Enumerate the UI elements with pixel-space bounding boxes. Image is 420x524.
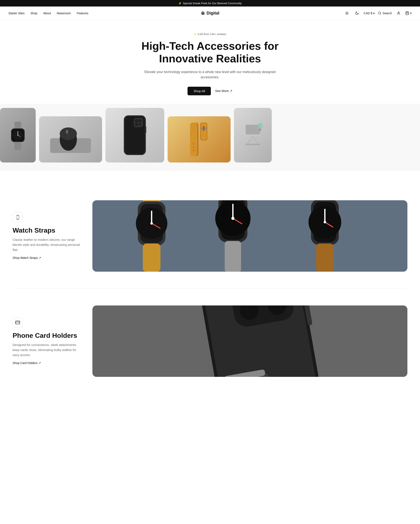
sun-icon [345, 11, 349, 15]
hero-rating: ★ 5.00 from 144+ reviews [141, 33, 279, 36]
nav-features[interactable]: Features [77, 12, 88, 15]
currency-selector[interactable]: CAD $ ▾ [364, 12, 375, 15]
nav-right: CAD $ ▾ Search 0 [344, 10, 411, 17]
watch-straps-section: ⌚ Watch Straps Classic leather to modern… [0, 183, 420, 288]
svg-rect-40 [201, 123, 207, 140]
svg-rect-46 [246, 144, 260, 145]
svg-rect-78 [16, 321, 20, 324]
stand-illustration [241, 119, 264, 151]
logo-text: Digital [206, 11, 219, 16]
watch-icon: ⌚ [15, 215, 20, 220]
svg-point-72 [324, 221, 326, 223]
product-gallery[interactable] [0, 104, 420, 171]
light-mode-button[interactable] [344, 10, 350, 17]
svg-rect-57 [143, 244, 160, 272]
dark-mode-button[interactable] [354, 10, 360, 17]
shop-watch-straps-link[interactable]: Shop Watch Straps ↗ [13, 256, 80, 260]
svg-marker-45 [246, 135, 260, 144]
phonecase-illustration [121, 113, 149, 157]
svg-point-56 [150, 222, 153, 225]
lightning-icon: ⚡ [178, 2, 182, 5]
svg-line-7 [346, 14, 346, 15]
gallery-item-watch[interactable] [0, 108, 36, 163]
hero-buttons: Shop All See More ↗ [141, 87, 279, 95]
shop-card-holders-link[interactable]: Shop Card Holders ↗ [13, 361, 80, 365]
gallery-item-phonecase[interactable] [105, 108, 164, 163]
phone-card-holders-section: Phone Card Holders Designed for convenie… [0, 289, 420, 394]
hero-description: Elevate your technology experience to a … [141, 69, 279, 80]
cart-icon [405, 11, 409, 15]
svg-line-10 [380, 14, 381, 15]
mouse-illustration [47, 125, 94, 154]
account-button[interactable] [395, 10, 402, 17]
svg-rect-73 [316, 244, 334, 272]
category-watch-text: ⌚ Watch Straps Classic leather to modern… [13, 212, 80, 260]
search-label: Search [383, 12, 392, 15]
svg-line-5 [346, 12, 346, 12]
phone-card-holders-title: Phone Card Holders [13, 332, 80, 340]
nav-newsroom[interactable]: Newsroom [57, 12, 71, 15]
svg-line-8 [348, 12, 348, 12]
svg-point-38 [193, 150, 194, 151]
svg-rect-48 [259, 129, 261, 131]
moon-icon [355, 11, 359, 15]
svg-point-11 [398, 12, 399, 13]
gallery-item-mouse[interactable] [39, 116, 102, 163]
category-phone-text: Phone Card Holders Designed for convenie… [13, 317, 80, 365]
hero-section: ★ 5.00 from 144+ reviews High-Tech Acces… [137, 20, 283, 104]
svg-line-6 [348, 14, 348, 15]
svg-point-30 [138, 119, 142, 122]
currency-chevron: ▾ [373, 12, 375, 15]
nav-starter-sites[interactable]: Starter Sites [9, 12, 25, 15]
currency-label: CAD $ [364, 12, 372, 15]
rating-star: ★ [194, 33, 196, 36]
search-button[interactable]: Search [378, 12, 392, 15]
watch-icon-box: ⌚ [13, 212, 23, 222]
cart-count: 0 [410, 12, 411, 15]
user-icon [397, 11, 401, 15]
watch-straps-description: Classic leather to modern silicone, our … [13, 237, 80, 252]
svg-point-64 [231, 217, 235, 220]
svg-point-29 [135, 119, 138, 122]
svg-point-0 [346, 12, 348, 14]
gallery-item-strap[interactable] [167, 116, 231, 163]
spacer [0, 171, 420, 183]
announcement-bar: ⚡ Special Sneak Peek for Our Beloved Com… [0, 0, 420, 7]
see-more-button[interactable]: See More ↗ [215, 89, 232, 93]
svg-point-36 [193, 143, 194, 144]
svg-rect-20 [15, 142, 21, 150]
card-icon-box [13, 317, 23, 328]
search-icon [378, 12, 381, 15]
svg-rect-25 [66, 130, 68, 133]
strap-illustration [181, 122, 217, 157]
phone-card-holders-image [92, 306, 407, 377]
svg-point-31 [135, 122, 138, 126]
three-watches-illustration [92, 200, 407, 272]
card-icon [15, 320, 20, 325]
svg-rect-33 [145, 126, 146, 133]
svg-point-37 [193, 147, 194, 148]
watch-straps-title: Watch Straps [13, 227, 80, 234]
phone-card-holders-description: Designed for convenience, sleek attachme… [13, 342, 80, 358]
svg-point-19 [18, 135, 18, 136]
svg-rect-28 [134, 118, 143, 127]
announcement-text: Special Sneak Peek for Our Beloved Commu… [183, 2, 242, 5]
header: Starter Sites Shop About Newsroom Featur… [0, 7, 420, 20]
svg-point-9 [378, 12, 381, 14]
hero-title: High-Tech Accessories for Innovative Rea… [141, 40, 279, 65]
svg-rect-65 [225, 241, 241, 272]
gallery-item-stand[interactable] [234, 108, 272, 163]
nav-about[interactable]: About [43, 12, 51, 15]
logo-icon [201, 11, 205, 16]
svg-rect-13 [15, 122, 21, 130]
watch-straps-image [92, 200, 407, 272]
rating-text: 5.00 from 144+ reviews [198, 33, 226, 36]
logo[interactable]: Digital [201, 11, 219, 16]
cart-button[interactable]: 0 [405, 11, 411, 15]
nav-left: Starter Sites Shop About Newsroom Featur… [9, 12, 88, 15]
watch-illustration [6, 121, 29, 150]
phone-case-illustration [92, 306, 407, 377]
nav-shop[interactable]: Shop [30, 12, 37, 15]
shop-all-button[interactable]: Shop All [188, 87, 211, 95]
svg-rect-42 [203, 126, 204, 131]
